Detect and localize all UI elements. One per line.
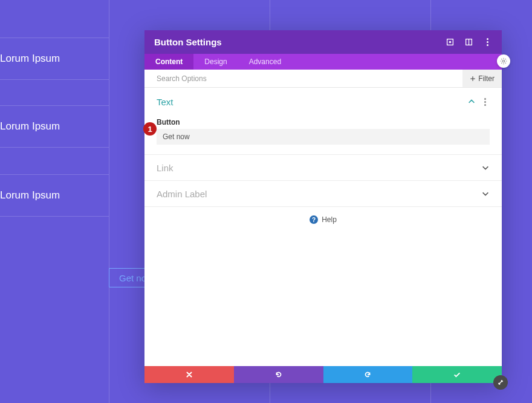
expand-icon[interactable] <box>446 38 455 47</box>
button-field-label: Button <box>157 114 490 129</box>
chevron-up-icon[interactable] <box>467 97 476 106</box>
background-row: Lorum Ipsum <box>0 174 109 217</box>
chevron-down-icon[interactable] <box>481 189 490 198</box>
section-more-icon[interactable] <box>481 97 490 106</box>
grid-line <box>109 0 109 403</box>
chevron-down-icon[interactable] <box>481 163 490 172</box>
section-link: Link <box>144 155 502 181</box>
filter-button[interactable]: Filter <box>462 70 502 87</box>
section-admin-head[interactable]: Admin Label <box>157 181 490 206</box>
tab-design[interactable]: Design <box>193 54 238 70</box>
modal-header-controls <box>446 38 492 47</box>
close-button[interactable] <box>144 366 234 383</box>
filter-label: Filter <box>478 74 495 83</box>
undo-button[interactable] <box>234 366 323 383</box>
button-text-input[interactable] <box>157 129 490 145</box>
save-button[interactable] <box>412 366 502 383</box>
floating-settings-icon[interactable] <box>497 54 510 68</box>
section-title-text: Text <box>157 97 174 107</box>
section-text: Text Button <box>144 88 502 155</box>
background-row: Lorum Ipsum <box>0 38 109 80</box>
tab-advanced[interactable]: Advanced <box>238 54 292 70</box>
modal-body: Text Button Link <box>144 88 502 366</box>
help-link[interactable]: ? Help <box>144 207 502 232</box>
help-icon: ? <box>310 215 318 224</box>
svg-point-1 <box>449 41 452 44</box>
section-title-admin: Admin Label <box>157 189 207 199</box>
modal-header: Button Settings <box>144 30 502 54</box>
section-admin-label: Admin Label <box>144 181 502 207</box>
annotation-marker-1: 1 <box>143 122 157 136</box>
svg-point-4 <box>502 60 504 62</box>
section-link-head[interactable]: Link <box>157 155 490 180</box>
help-label: Help <box>322 215 337 224</box>
section-title-link: Link <box>157 163 174 173</box>
search-input[interactable] <box>157 74 462 83</box>
modal-title: Button Settings <box>154 37 222 47</box>
section-text-head[interactable]: Text <box>157 89 490 114</box>
search-row: Filter <box>144 70 502 88</box>
button-settings-modal: Button Settings Content Design Advanced … <box>144 30 502 383</box>
more-icon[interactable] <box>483 38 492 47</box>
floating-resize-icon[interactable] <box>493 375 508 390</box>
modal-footer <box>144 366 502 383</box>
modal-tabs: Content Design Advanced <box>144 54 502 70</box>
redo-button[interactable] <box>323 366 413 383</box>
background-row: Lorum Ipsum <box>0 105 109 148</box>
panel-toggle-icon[interactable] <box>464 38 473 47</box>
tab-content[interactable]: Content <box>144 54 193 70</box>
